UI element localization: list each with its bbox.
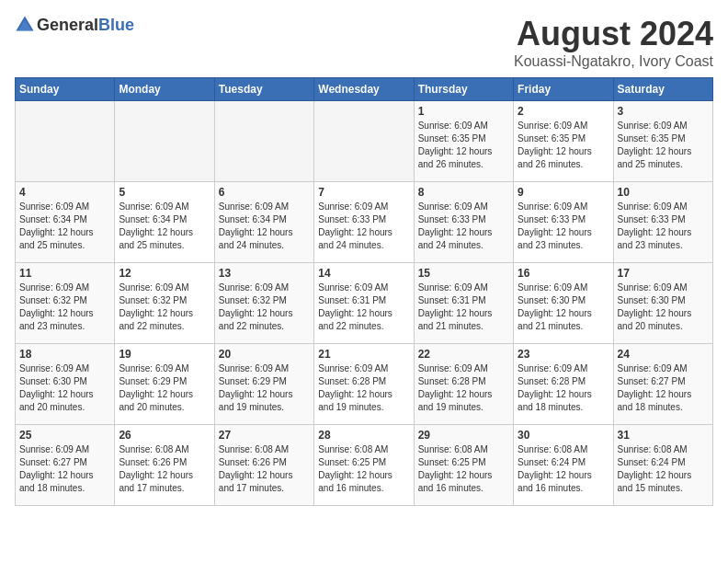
calendar-cell: 13Sunrise: 6:09 AM Sunset: 6:32 PM Dayli… [214, 263, 313, 344]
title-area: August 2024 Kouassi-Ngatakro, Ivory Coas… [514, 15, 713, 70]
cell-content: Sunrise: 6:09 AM Sunset: 6:29 PM Dayligh… [219, 362, 310, 414]
cell-content: Sunrise: 6:09 AM Sunset: 6:34 PM Dayligh… [219, 201, 310, 252]
cell-content: Sunrise: 6:09 AM Sunset: 6:27 PM Dayligh… [618, 362, 709, 414]
calendar-week-5: 25Sunrise: 6:09 AM Sunset: 6:27 PM Dayli… [16, 425, 713, 506]
day-number: 13 [219, 267, 310, 280]
day-number: 12 [119, 267, 210, 280]
calendar-cell: 8Sunrise: 6:09 AM Sunset: 6:33 PM Daylig… [414, 182, 513, 263]
logo-text-general: General [37, 16, 98, 34]
cell-content: Sunrise: 6:09 AM Sunset: 6:32 PM Dayligh… [19, 282, 110, 333]
calendar-cell: 17Sunrise: 6:09 AM Sunset: 6:30 PM Dayli… [613, 263, 712, 344]
calendar-cell: 29Sunrise: 6:08 AM Sunset: 6:25 PM Dayli… [414, 425, 513, 506]
cell-content: Sunrise: 6:09 AM Sunset: 6:33 PM Dayligh… [418, 201, 509, 252]
calendar-cell: 9Sunrise: 6:09 AM Sunset: 6:33 PM Daylig… [514, 182, 613, 263]
weekday-header-tuesday: Tuesday [214, 78, 313, 101]
day-number: 4 [19, 186, 110, 199]
day-number: 19 [119, 348, 210, 361]
calendar-week-3: 11Sunrise: 6:09 AM Sunset: 6:32 PM Dayli… [16, 263, 713, 344]
day-number: 15 [418, 267, 509, 280]
day-number: 24 [618, 348, 709, 361]
calendar-cell: 21Sunrise: 6:09 AM Sunset: 6:28 PM Dayli… [314, 344, 414, 425]
day-number: 23 [518, 348, 609, 361]
calendar-cell [115, 101, 214, 182]
cell-content: Sunrise: 6:09 AM Sunset: 6:33 PM Dayligh… [618, 201, 709, 252]
weekday-header-friday: Friday [514, 78, 613, 101]
day-number: 22 [418, 348, 509, 361]
weekday-header-thursday: Thursday [414, 78, 513, 101]
day-number: 9 [518, 186, 609, 199]
calendar-cell: 15Sunrise: 6:09 AM Sunset: 6:31 PM Dayli… [414, 263, 513, 344]
calendar-cell [16, 101, 115, 182]
day-number: 30 [518, 429, 609, 442]
day-number: 2 [518, 105, 609, 118]
day-number: 31 [618, 429, 709, 442]
calendar-cell: 23Sunrise: 6:09 AM Sunset: 6:28 PM Dayli… [514, 344, 613, 425]
day-number: 11 [19, 267, 110, 280]
day-number: 7 [318, 186, 409, 199]
calendar-cell: 5Sunrise: 6:09 AM Sunset: 6:34 PM Daylig… [115, 182, 214, 263]
calendar-cell: 16Sunrise: 6:09 AM Sunset: 6:30 PM Dayli… [514, 263, 613, 344]
cell-content: Sunrise: 6:09 AM Sunset: 6:34 PM Dayligh… [19, 201, 110, 252]
calendar-cell: 22Sunrise: 6:09 AM Sunset: 6:28 PM Dayli… [414, 344, 513, 425]
day-number: 29 [418, 429, 509, 442]
cell-content: Sunrise: 6:09 AM Sunset: 6:34 PM Dayligh… [119, 201, 210, 252]
cell-content: Sunrise: 6:09 AM Sunset: 6:35 PM Dayligh… [618, 120, 709, 171]
calendar-cell: 30Sunrise: 6:08 AM Sunset: 6:24 PM Dayli… [514, 425, 613, 506]
cell-content: Sunrise: 6:09 AM Sunset: 6:30 PM Dayligh… [19, 362, 110, 414]
cell-content: Sunrise: 6:08 AM Sunset: 6:24 PM Dayligh… [618, 443, 709, 495]
day-number: 16 [518, 267, 609, 280]
day-number: 20 [219, 348, 310, 361]
weekday-header-sunday: Sunday [16, 78, 115, 101]
calendar-week-2: 4Sunrise: 6:09 AM Sunset: 6:34 PM Daylig… [16, 182, 713, 263]
day-number: 10 [618, 186, 709, 199]
cell-content: Sunrise: 6:08 AM Sunset: 6:25 PM Dayligh… [418, 443, 509, 495]
calendar-cell: 26Sunrise: 6:08 AM Sunset: 6:26 PM Dayli… [115, 425, 214, 506]
cell-content: Sunrise: 6:09 AM Sunset: 6:35 PM Dayligh… [418, 120, 509, 171]
day-number: 5 [119, 186, 210, 199]
cell-content: Sunrise: 6:08 AM Sunset: 6:26 PM Dayligh… [219, 443, 310, 495]
calendar-cell: 1Sunrise: 6:09 AM Sunset: 6:35 PM Daylig… [414, 101, 513, 182]
logo-text-blue: Blue [98, 16, 134, 34]
calendar-cell: 12Sunrise: 6:09 AM Sunset: 6:32 PM Dayli… [115, 263, 214, 344]
cell-content: Sunrise: 6:09 AM Sunset: 6:32 PM Dayligh… [219, 282, 310, 333]
calendar-week-1: 1Sunrise: 6:09 AM Sunset: 6:35 PM Daylig… [16, 101, 713, 182]
logo: GeneralBlue [15, 15, 134, 35]
weekday-header-monday: Monday [115, 78, 214, 101]
calendar-week-4: 18Sunrise: 6:09 AM Sunset: 6:30 PM Dayli… [16, 344, 713, 425]
calendar-cell: 27Sunrise: 6:08 AM Sunset: 6:26 PM Dayli… [214, 425, 313, 506]
day-number: 1 [418, 105, 509, 118]
day-number: 17 [618, 267, 709, 280]
calendar-cell: 11Sunrise: 6:09 AM Sunset: 6:32 PM Dayli… [16, 263, 115, 344]
calendar-cell: 7Sunrise: 6:09 AM Sunset: 6:33 PM Daylig… [314, 182, 414, 263]
calendar-cell: 6Sunrise: 6:09 AM Sunset: 6:34 PM Daylig… [214, 182, 313, 263]
day-number: 18 [19, 348, 110, 361]
calendar-cell: 14Sunrise: 6:09 AM Sunset: 6:31 PM Dayli… [314, 263, 414, 344]
cell-content: Sunrise: 6:09 AM Sunset: 6:28 PM Dayligh… [318, 362, 409, 414]
day-number: 28 [318, 429, 409, 442]
calendar-cell: 25Sunrise: 6:09 AM Sunset: 6:27 PM Dayli… [16, 425, 115, 506]
calendar-cell: 2Sunrise: 6:09 AM Sunset: 6:35 PM Daylig… [514, 101, 613, 182]
location-title: Kouassi-Ngatakro, Ivory Coast [514, 53, 713, 70]
cell-content: Sunrise: 6:09 AM Sunset: 6:33 PM Dayligh… [318, 201, 409, 252]
weekday-header-wednesday: Wednesday [314, 78, 414, 101]
calendar-cell: 31Sunrise: 6:08 AM Sunset: 6:24 PM Dayli… [613, 425, 712, 506]
calendar-cell: 28Sunrise: 6:08 AM Sunset: 6:25 PM Dayli… [314, 425, 414, 506]
cell-content: Sunrise: 6:09 AM Sunset: 6:30 PM Dayligh… [518, 282, 609, 333]
cell-content: Sunrise: 6:08 AM Sunset: 6:26 PM Dayligh… [119, 443, 210, 495]
month-title: August 2024 [514, 15, 713, 53]
calendar-cell: 3Sunrise: 6:09 AM Sunset: 6:35 PM Daylig… [613, 101, 712, 182]
calendar-cell: 18Sunrise: 6:09 AM Sunset: 6:30 PM Dayli… [16, 344, 115, 425]
cell-content: Sunrise: 6:09 AM Sunset: 6:29 PM Dayligh… [119, 362, 210, 414]
cell-content: Sunrise: 6:09 AM Sunset: 6:31 PM Dayligh… [418, 282, 509, 333]
calendar-cell: 20Sunrise: 6:09 AM Sunset: 6:29 PM Dayli… [214, 344, 313, 425]
cell-content: Sunrise: 6:09 AM Sunset: 6:30 PM Dayligh… [618, 282, 709, 333]
day-number: 21 [318, 348, 409, 361]
cell-content: Sunrise: 6:08 AM Sunset: 6:24 PM Dayligh… [518, 443, 609, 495]
calendar-cell: 10Sunrise: 6:09 AM Sunset: 6:33 PM Dayli… [613, 182, 712, 263]
cell-content: Sunrise: 6:09 AM Sunset: 6:28 PM Dayligh… [518, 362, 609, 414]
cell-content: Sunrise: 6:09 AM Sunset: 6:31 PM Dayligh… [318, 282, 409, 333]
cell-content: Sunrise: 6:08 AM Sunset: 6:25 PM Dayligh… [318, 443, 409, 495]
calendar-table: SundayMondayTuesdayWednesdayThursdayFrid… [15, 77, 713, 506]
calendar-cell: 4Sunrise: 6:09 AM Sunset: 6:34 PM Daylig… [16, 182, 115, 263]
day-number: 3 [618, 105, 709, 118]
